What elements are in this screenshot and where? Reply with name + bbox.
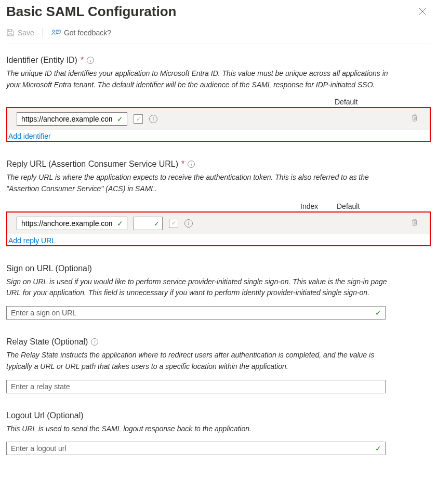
check-icon: ✓ [117, 115, 123, 123]
check-icon: ✓ [154, 219, 160, 227]
identifier-desc: The unique ID that identifies your appli… [6, 68, 401, 90]
panel-header: Basic SAML Configuration [6, 0, 431, 21]
page-title: Basic SAML Configuration [6, 4, 176, 20]
info-icon[interactable]: i [87, 57, 94, 64]
index-column-header: Index [300, 202, 330, 210]
relay-section: Relay State (Optional) i The Relay State… [6, 337, 431, 393]
check-icon: ✓ [375, 309, 381, 317]
logout-desc: This URL is used to send the SAML logout… [6, 423, 401, 435]
reply-label: Reply URL (Assertion Consumer Service UR… [6, 160, 431, 169]
reply-default-checkbox[interactable]: ✓ [169, 219, 178, 228]
relay-label-text: Relay State (Optional) [6, 337, 88, 347]
relay-state-input[interactable] [6, 380, 386, 393]
info-icon[interactable]: i [184, 219, 193, 228]
default-column-header: Default [335, 98, 357, 106]
save-label: Save [18, 29, 34, 37]
identifier-row: ✓ ✓ i [7, 108, 430, 130]
reply-desc: The reply URL is where the application e… [6, 172, 401, 194]
reply-column-headers: Index Default [6, 202, 431, 210]
info-icon[interactable]: i [91, 338, 98, 346]
info-icon[interactable]: i [149, 115, 157, 123]
check-icon: ✓ [375, 444, 381, 453]
svg-point-0 [52, 30, 55, 32]
logout-url-input[interactable] [6, 442, 386, 455]
default-column-header: Default [337, 202, 360, 210]
logout-label: Logout Url (Optional) [6, 411, 431, 420]
close-button[interactable] [414, 3, 431, 20]
signon-desc: Sign on URL is used if you would like to… [6, 276, 401, 299]
identifier-section: Identifier (Entity ID) * i The unique ID… [6, 56, 431, 142]
trash-icon [411, 218, 418, 229]
trash-icon [411, 114, 418, 124]
reply-row: ✓ ✓ ✓ i [7, 213, 430, 234]
add-reply-link[interactable]: Add reply URL [7, 234, 56, 245]
signon-section: Sign on URL (Optional) Sign on URL is us… [6, 264, 431, 320]
identifier-column-headers: Default [6, 98, 431, 106]
relay-label: Relay State (Optional) i [6, 337, 431, 347]
identifier-highlight: ✓ ✓ i Add identifier [6, 107, 431, 142]
identifier-default-checkbox[interactable]: ✓ [134, 114, 143, 124]
feedback-button[interactable]: ? Got feedback? [51, 29, 111, 37]
check-icon: ✓ [117, 219, 123, 228]
identifier-input[interactable] [17, 112, 127, 126]
reply-highlight: ✓ ✓ ✓ i Add reply URL [6, 211, 431, 246]
identifier-label: Identifier (Entity ID) * i [6, 56, 431, 65]
toolbar: Save ? Got feedback? [6, 21, 431, 44]
save-button: Save [6, 29, 34, 37]
relay-desc: The Relay State instructs the applicatio… [6, 350, 401, 372]
signon-url-input[interactable] [6, 306, 386, 320]
logout-section: Logout Url (Optional) This URL is used t… [6, 411, 431, 456]
add-identifier-link[interactable]: Add identifier [7, 130, 51, 140]
required-asterisk: * [81, 56, 84, 65]
reply-label-text: Reply URL (Assertion Consumer Service UR… [6, 160, 178, 169]
reply-section: Reply URL (Assertion Consumer Service UR… [6, 160, 431, 246]
save-icon [6, 29, 15, 37]
close-icon [419, 8, 426, 15]
identifier-label-text: Identifier (Entity ID) [6, 56, 77, 65]
required-asterisk: * [181, 160, 184, 169]
signon-label: Sign on URL (Optional) [6, 264, 431, 273]
feedback-icon: ? [51, 29, 61, 37]
info-icon[interactable]: i [188, 161, 195, 168]
toolbar-separator [43, 28, 43, 37]
feedback-label: Got feedback? [64, 29, 111, 37]
reply-url-input[interactable] [17, 217, 127, 230]
